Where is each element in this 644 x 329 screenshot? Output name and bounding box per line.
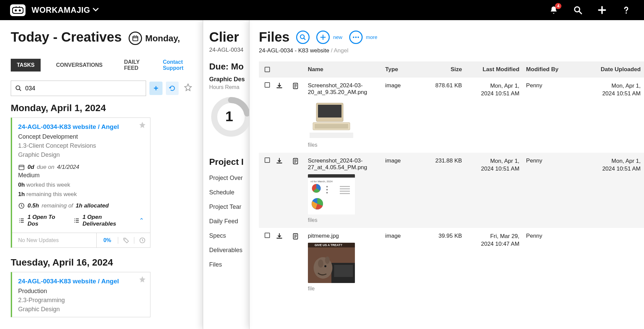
task-search-box[interactable]: [11, 81, 146, 96]
notification-badge: 4: [555, 3, 561, 9]
task-service: Graphic Design: [18, 306, 144, 313]
calendar-small-icon: [18, 164, 25, 171]
search-icon[interactable]: [573, 6, 582, 14]
svg-line-6: [579, 11, 582, 14]
app-logo[interactable]: [10, 4, 26, 16]
file-folder: files: [308, 217, 385, 223]
file-modified-date: Mon, Apr 1,: [467, 157, 519, 165]
file-size: 878.61 KB: [425, 82, 467, 148]
worked-hours: 0h: [18, 182, 25, 188]
col-name[interactable]: Name: [308, 66, 385, 73]
list-icon: [18, 217, 25, 224]
file-folder: file: [308, 286, 385, 292]
file-thumbnail[interactable]: [308, 99, 355, 139]
task-search-input[interactable]: [25, 85, 142, 92]
files-more-label[interactable]: more: [366, 34, 377, 40]
col-last-modified[interactable]: Last Modified: [467, 66, 526, 73]
files-breadcrumb[interactable]: 24-AGL-0034 - K83 website / Angel: [259, 47, 644, 54]
brand-dropdown-icon[interactable]: [93, 7, 99, 13]
nav-schedule[interactable]: Schedule: [209, 189, 249, 196]
nav-specs[interactable]: Specs: [209, 232, 249, 239]
svg-point-23: [355, 36, 356, 38]
project-hours-label: Hours Rema: [209, 84, 249, 90]
files-new-label[interactable]: new: [333, 34, 342, 40]
task-project-link[interactable]: 24-AGL-0034-K83 website / Angel: [18, 278, 144, 285]
nav-project-overview[interactable]: Project Over: [209, 175, 249, 182]
tab-conversations[interactable]: CONVERSATIONS: [50, 59, 108, 72]
files-new-button[interactable]: [316, 31, 330, 44]
col-modified-by[interactable]: Modified By: [526, 66, 588, 73]
col-size[interactable]: Size: [425, 66, 467, 73]
svg-rect-57: [334, 265, 353, 277]
star-icon[interactable]: [139, 121, 146, 131]
file-name[interactable]: Screenshot_2024-03-20_at_9.35.20_AM.png: [308, 82, 385, 96]
file-row[interactable]: Screenshot_2024-03-20_at_9.35.20_AM.png …: [259, 78, 644, 153]
percent-complete[interactable]: 0%: [96, 233, 118, 248]
due-days: 0d: [28, 164, 34, 171]
task-priority: Medium: [18, 172, 144, 179]
row-checkbox[interactable]: [265, 157, 270, 163]
add-icon[interactable]: [598, 6, 606, 14]
robot-icon: [12, 6, 24, 14]
open-todos[interactable]: 1 Open To Dos: [28, 214, 67, 227]
nav-files[interactable]: Files: [209, 261, 249, 268]
col-type[interactable]: Type: [385, 66, 425, 73]
tag-icon[interactable]: [118, 237, 134, 244]
svg-point-61: [324, 265, 326, 267]
tab-contact-support[interactable]: Contact Support: [157, 56, 192, 75]
document-icon[interactable]: [292, 233, 308, 292]
calendar-icon[interactable]: [129, 32, 142, 45]
download-icon[interactable]: [276, 82, 292, 148]
crumb-user[interactable]: Angel: [334, 47, 348, 54]
help-icon[interactable]: [622, 6, 631, 14]
col-date-uploaded[interactable]: Date Uploaded: [588, 66, 644, 73]
row-checkbox[interactable]: [265, 82, 270, 88]
task-name: 1.3-Client Concept Revisions: [18, 142, 144, 149]
add-task-button[interactable]: +: [149, 82, 162, 95]
brand-name[interactable]: WORKAMAJIG: [32, 5, 90, 15]
file-row[interactable]: pitmeme.jpg GIVE US A TREAT?: [259, 228, 644, 296]
svg-point-2: [19, 9, 21, 11]
download-icon[interactable]: [276, 157, 292, 223]
files-search-button[interactable]: [296, 31, 310, 44]
svg-rect-46: [326, 192, 328, 193]
document-icon[interactable]: [292, 82, 308, 148]
svg-rect-31: [318, 105, 341, 117]
collapse-icon[interactable]: ⌃: [139, 217, 144, 224]
svg-rect-8: [133, 36, 138, 41]
today-panel: Today - Creatives Monday, TASKS CONVERSA…: [0, 20, 203, 329]
tab-daily-feed[interactable]: DAILY FEED: [118, 56, 147, 75]
notifications-icon[interactable]: 4: [549, 6, 558, 14]
file-thumbnail[interactable]: GIVE US A TREAT?: [308, 243, 355, 283]
clock-icon[interactable]: [134, 237, 150, 244]
project-breadcrumb[interactable]: 24-AGL-0034: [209, 47, 249, 53]
svg-point-22: [353, 36, 354, 38]
task-project-link[interactable]: 24-AGL-0034-K83 website / Angel: [18, 123, 144, 131]
open-deliverables[interactable]: 1 Open Deliverables: [83, 214, 136, 227]
task-card[interactable]: 24-AGL-0034-K83 website / Angel Producti…: [11, 272, 150, 317]
file-name[interactable]: pitmeme.jpg: [308, 233, 385, 239]
file-type: image: [385, 82, 425, 148]
document-icon[interactable]: [292, 157, 308, 223]
file-thumbnail[interactable]: rd for March, 2024: [308, 174, 355, 215]
files-more-button[interactable]: [349, 31, 363, 44]
select-all-checkbox[interactable]: [265, 67, 270, 72]
today-date-label: Monday,: [145, 33, 180, 44]
crumb-project[interactable]: 24-AGL-0034 - K83 website: [259, 47, 329, 54]
task-card[interactable]: 24-AGL-0034-K83 website / Angel Concept …: [11, 117, 150, 248]
star-filter-icon[interactable]: [184, 83, 192, 93]
refresh-button[interactable]: [166, 82, 179, 95]
task-name: 2.3-Programming: [18, 297, 144, 304]
star-icon[interactable]: [139, 276, 146, 285]
download-icon[interactable]: [276, 233, 292, 292]
file-row[interactable]: Screenshot_2024-03-27_at_4.05.54_PM.png …: [259, 153, 644, 228]
row-checkbox[interactable]: [265, 233, 270, 238]
file-uploaded-time: 2024 10:51 AM: [588, 90, 641, 98]
file-name[interactable]: Screenshot_2024-03-27_at_4.05.54_PM.png: [308, 157, 385, 171]
svg-line-13: [19, 89, 21, 91]
nav-project-team[interactable]: Project Tear: [209, 203, 249, 210]
nav-deliverables[interactable]: Deliverables: [209, 247, 249, 254]
tab-tasks[interactable]: TASKS: [11, 59, 41, 72]
svg-rect-48: [340, 188, 350, 189]
nav-daily-feed[interactable]: Daily Feed: [209, 218, 249, 225]
